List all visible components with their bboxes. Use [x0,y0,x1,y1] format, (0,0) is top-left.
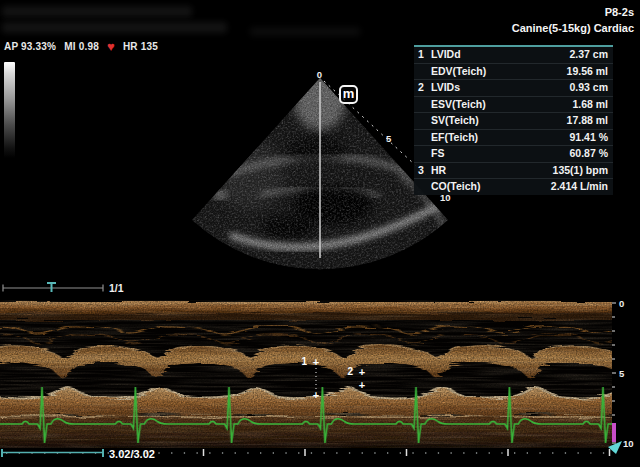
scale-label-5: 5 [386,133,392,144]
probe-name: P8-2s [605,6,634,18]
caliper2-top-cross[interactable]: + [359,366,365,378]
table-row: 1LVIDd2.37 cm [414,47,613,64]
acoustic-status-bar: AP 93.33% MI 0.98 ♥ HR 135 [4,41,158,52]
caliper1-label: 1 [301,356,307,367]
redacted-patient-info-line1 [2,6,192,17]
depth-label-10: 10 [623,438,634,449]
caliper2-label: 2 [347,366,353,377]
exam-preset: Canine(5-15kg) Cardiac [512,22,634,34]
caliper1-bottom-cross[interactable]: + [313,389,319,401]
measurement-results-table: 1LVIDd2.37 cm EDV(Teich)19.56 ml 2LVIDs0… [414,45,613,195]
caliper1-top-cross[interactable]: + [313,356,319,368]
mmode-trace [0,300,617,448]
depth-label-5: 5 [619,368,625,379]
table-row: CO(Teich)2.414 L/min [414,179,613,195]
table-row: ESV(Teich)1.68 ml [414,97,613,114]
time-ruler: 3.02/3.02 [2,448,610,460]
table-row: 2LVIDs0.93 cm [414,80,613,97]
table-row: EDV(Teich)19.56 ml [414,64,613,81]
mmode-area: 1 + + 2 + + 0 5 10 3.02/3.02 [0,300,640,467]
redacted-patient-info-line3 [250,27,360,36]
redacted-patient-info-line2 [2,22,227,33]
table-row: EF(Teich)91.41 % [414,130,613,147]
scale-label-0: 0 [317,69,322,80]
focus-marker[interactable] [612,423,616,442]
table-row: SV(Teich)17.88 ml [414,113,613,130]
table-row: FS60.87 % [414,146,613,163]
sweep-time: 3.02/3.02 [109,448,155,460]
table-row: 3HR135(1) bpm [414,163,613,180]
heart-rate: HR 135 [123,41,158,52]
acoustic-power: AP 93.33% [4,41,56,52]
frame-counter: 1/1 [109,282,124,294]
orientation-marker-logo: m [339,85,358,104]
depth-ticks [612,303,616,443]
caliper2-bottom-cross[interactable]: + [359,379,365,391]
heart-icon: ♥ [107,42,115,52]
depth-label-0: 0 [619,300,624,309]
ecg-trace [0,300,617,448]
ultrasound-screen: P8-2s Canine(5-15kg) Cardiac AP 93.33% M… [0,0,640,467]
mechanical-index: MI 0.98 [64,41,99,52]
time-ruler-major-ticks [204,449,610,456]
